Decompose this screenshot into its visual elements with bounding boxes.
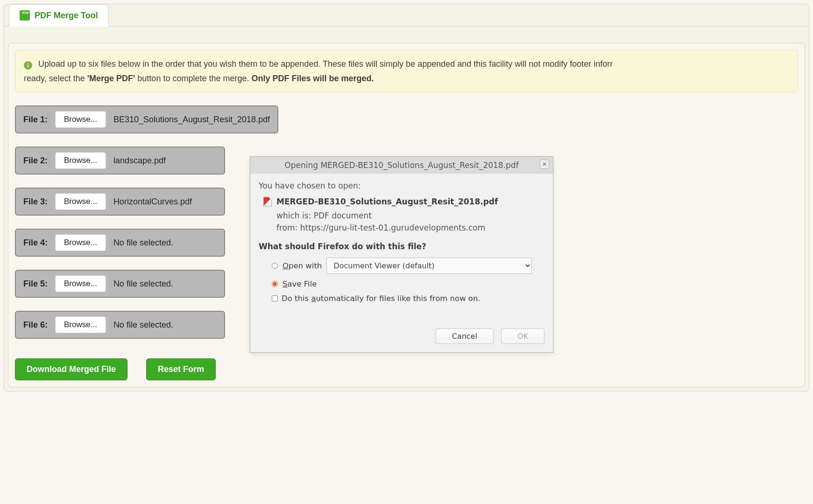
browse-button-3[interactable]: Browse... (55, 193, 106, 210)
browse-button-2[interactable]: Browse... (55, 152, 106, 169)
dialog-options: Open with Document Viewer (default) Save… (272, 258, 544, 288)
dialog-from-line: from: https://guru-lit-test-01.gurudevel… (276, 223, 544, 232)
file-row-5: File 5: Browse... No file selected. (15, 270, 225, 298)
dialog-filename: MERGED-BE310_Solutions_August_Resit_2018… (276, 197, 498, 206)
auto-checkbox[interactable] (272, 295, 278, 301)
browse-button-5[interactable]: Browse... (55, 275, 106, 292)
dialog-chosen-text: You have chosen to open: (259, 181, 544, 190)
from-prefix: from: (276, 223, 300, 232)
file-name-4: No file selected. (113, 238, 173, 248)
file-label: File 5: (23, 279, 48, 289)
file-label: File 3: (23, 197, 48, 207)
which-value: PDF document (314, 211, 372, 220)
file-name-2: landscape.pdf (113, 156, 166, 166)
info-icon: i (24, 61, 32, 70)
file-row-2: File 2: Browse... landscape.pdf (15, 147, 225, 175)
save-file-radio[interactable] (272, 281, 278, 287)
reset-form-button[interactable]: Reset Form (146, 358, 216, 380)
file-name-5: No file selected. (113, 279, 173, 289)
tab-label: PDF Merge Tool (35, 11, 98, 21)
notice-text-2: ready, select the (24, 74, 87, 83)
pdf-file-icon (263, 197, 272, 206)
download-dialog: Opening MERGED-BE310_Solutions_August_Re… (250, 156, 553, 353)
open-with-select[interactable]: Document Viewer (default) (326, 258, 532, 274)
auto-label: Do this automatically for files like thi… (282, 294, 481, 303)
notice-merge-bold: 'Merge PDF' (87, 74, 135, 83)
browse-button-4[interactable]: Browse... (55, 234, 106, 251)
pdf-tab-icon (20, 10, 30, 21)
auto-checkbox-row[interactable]: Do this automatically for files like thi… (272, 294, 544, 303)
open-with-label: Open with (283, 261, 322, 270)
file-name-6: No file selected. (113, 320, 173, 330)
action-row: Download Merged File Reset Form (15, 358, 798, 380)
save-file-label: Save File (283, 280, 317, 288)
file-row-3: File 3: Browse... HorizontalCurves.pdf (15, 188, 225, 216)
open-with-radio[interactable] (272, 263, 278, 269)
browse-button-6[interactable]: Browse... (55, 316, 106, 333)
notice-text-1: Upload up to six files below in the orde… (38, 59, 613, 69)
notice-text-3: button to complete the merge. (137, 74, 251, 83)
save-file-option[interactable]: Save File (272, 280, 544, 288)
dialog-file-row: MERGED-BE310_Solutions_August_Resit_2018… (263, 197, 544, 206)
notice-banner: i Upload up to six files below in the or… (15, 50, 798, 92)
dialog-body: You have chosen to open: MERGED-BE310_So… (250, 174, 553, 352)
dialog-which-line: which is: PDF document (276, 211, 544, 220)
tab-pdf-merge[interactable]: PDF Merge Tool (9, 4, 109, 27)
file-row-4: File 4: Browse... No file selected. (15, 229, 225, 257)
dialog-titlebar: Opening MERGED-BE310_Solutions_August_Re… (250, 157, 553, 174)
dialog-buttons: Cancel OK (259, 329, 544, 344)
close-icon[interactable]: ✕ (540, 160, 549, 169)
file-label: File 6: (23, 320, 48, 330)
cancel-button[interactable]: Cancel (436, 329, 494, 344)
open-with-option[interactable]: Open with Document Viewer (default) (272, 258, 544, 274)
ok-button[interactable]: OK (501, 329, 544, 344)
file-name-3: HorizontalCurves.pdf (113, 197, 192, 207)
from-value: https://guru-lit-test-01.gurudevelopment… (300, 223, 486, 232)
file-label: File 1: (23, 115, 48, 125)
notice-only-bold: Only PDF Files will be merged. (252, 74, 374, 83)
file-name-1: BE310_Solutions_August_Resit_2018.pdf (113, 115, 270, 125)
dialog-question: What should Firefox do with this file? (259, 242, 544, 251)
file-label: File 4: (23, 238, 48, 248)
tab-bar: PDF Merge Tool (4, 4, 809, 27)
file-label: File 2: (23, 156, 48, 166)
file-row-6: File 6: Browse... No file selected. (15, 311, 225, 339)
dialog-title-text: Opening MERGED-BE310_Solutions_August_Re… (284, 161, 518, 170)
which-prefix: which is: (276, 211, 314, 220)
browse-button-1[interactable]: Browse... (55, 111, 106, 128)
download-merged-button[interactable]: Download Merged File (15, 358, 127, 380)
file-row-1: File 1: Browse... BE310_Solutions_August… (15, 105, 278, 133)
